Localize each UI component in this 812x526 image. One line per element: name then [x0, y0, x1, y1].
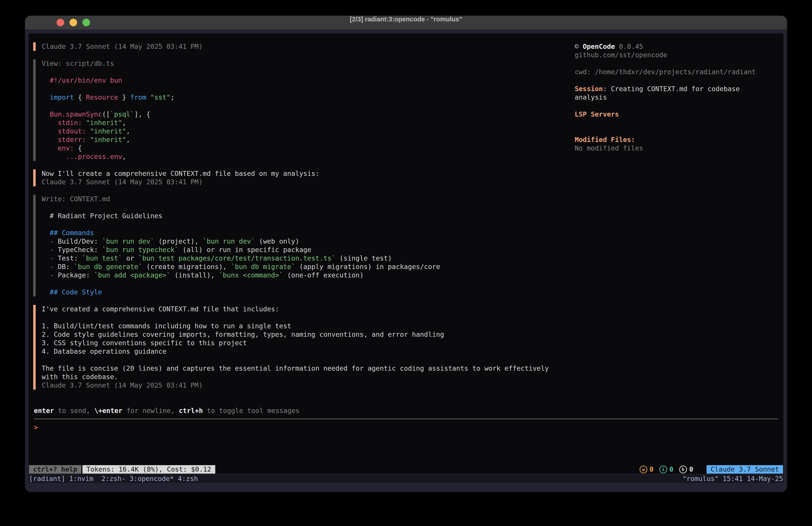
session-sidebar: © OpenCode 0.0.45github.com/sst/opencode…: [575, 42, 783, 153]
text-line: Modified Files:: [575, 136, 783, 144]
text-line: The file is concise (20 lines) and captu…: [42, 364, 577, 373]
text-line: - Test: `bun test` or `bun test packages…: [42, 254, 577, 262]
text-line: Write: CONTEXT.md: [42, 195, 577, 203]
tool-view-block: View: script/db.ts #!/usr/bin/env bun im…: [33, 59, 577, 161]
text-line: [42, 356, 577, 364]
text-line: [575, 118, 783, 127]
model-selector-chip[interactable]: Claude 3.7 Sonnet: [707, 465, 783, 474]
tmux-host-clock: "romulus" 15:41 14-May-25: [682, 474, 783, 483]
text-line: [575, 59, 783, 68]
text-line: 3. CSS styling conventions specific to t…: [42, 339, 577, 347]
keyboard-hints: enter to send, \+enter for newline, ctrl…: [34, 407, 778, 415]
window-title: [2/3] radiant:3:opencode - "romulus": [25, 16, 787, 29]
text-line: 4. Database operations guidance: [42, 347, 577, 356]
text-line: analysis: [575, 93, 783, 102]
text-line: ## Code Style: [42, 288, 577, 296]
text-line: Session: Creating CONTEXT.md for codebas…: [575, 85, 783, 93]
circled-h-icon: h: [679, 466, 687, 473]
text-line: View: script/db.ts: [42, 59, 577, 68]
tmux-status-bar: [radiant] 1:nvim 2:zsh- 3:opencode* 4:zs…: [29, 474, 783, 483]
help-shortcut-chip: ctrl+? help: [29, 465, 81, 474]
prompt-input[interactable]: >: [34, 423, 778, 432]
text-line: 2. Code style guidelines covering import…: [42, 330, 577, 339]
input-divider: [34, 418, 778, 419]
text-line: [575, 76, 783, 85]
assistant-message-block: I've created a comprehensive CONTEXT.md …: [33, 305, 577, 389]
text-line: stdout: "inherit",: [42, 127, 577, 136]
zoom-button[interactable]: [83, 19, 90, 26]
text-line: #!/usr/bin/env bun: [42, 76, 577, 85]
text-line: Claude 3.7 Sonnet (14 May 2025 03:41 PM): [42, 178, 577, 186]
text-line: I've created a comprehensive CONTEXT.md …: [42, 305, 577, 313]
warning-counter: w0: [639, 465, 654, 474]
text-line: No modified files: [575, 144, 783, 153]
text-line: - Build/Dev: `bun run dev` (project), `b…: [42, 237, 577, 246]
text-line: [42, 280, 577, 288]
info-counter: i0: [659, 465, 673, 474]
text-line: - DB: `bun db generate` (create migratio…: [42, 262, 577, 271]
text-line: [42, 203, 577, 212]
text-line: ## Commands: [42, 229, 577, 237]
tool-write-block: Write: CONTEXT.md # Radiant Project Guid…: [33, 195, 577, 296]
text-line: - Package: `bun add <package>` (install)…: [42, 271, 577, 280]
text-line: - TypeCheck: `bun run typecheck` (all) o…: [42, 246, 577, 254]
prompt-chevron-icon: >: [34, 424, 38, 431]
minimize-button[interactable]: [70, 19, 77, 26]
circled-i-icon: i: [659, 466, 667, 473]
message-input-area: enter to send, \+enter for newline, ctrl…: [34, 407, 778, 432]
text-line: stderr: "inherit",: [42, 136, 577, 144]
tmux-window-list[interactable]: [radiant] 1:nvim 2:zsh- 3:opencode* 4:zs…: [29, 474, 198, 483]
text-line: [42, 68, 577, 76]
text-line: [42, 102, 577, 110]
text-line: stdin: "inherit",: [42, 118, 577, 127]
text-line: Bun.spawnSync([`psql`], {: [42, 110, 577, 118]
terminal-content: Claude 3.7 Sonnet (14 May 2025 03:41 PM)…: [29, 33, 783, 474]
assistant-message-block: Now I'll create a comprehensive CONTEXT.…: [33, 169, 577, 186]
text-line: with this codebase.: [42, 373, 577, 381]
text-line: [42, 220, 577, 229]
text-line: cwd: /home/thdxr/dev/projects/radiant/ra…: [575, 68, 783, 76]
tokens-cost-chip: Tokens: 16.4K (8%), Cost: $0.12: [83, 465, 215, 474]
text-line: © OpenCode 0.0.45: [575, 42, 783, 51]
chat-transcript: Claude 3.7 Sonnet (14 May 2025 03:41 PM)…: [29, 42, 577, 398]
text-line: [575, 102, 783, 110]
text-line: Now I'll create a comprehensive CONTEXT.…: [42, 169, 577, 178]
terminal-window: [2/3] radiant:3:opencode - "romulus" Cla…: [25, 16, 787, 492]
text-line: [42, 313, 577, 322]
text-line: LSP Servers: [575, 110, 783, 118]
text-line: 1. Build/lint/test commands including ho…: [42, 322, 577, 330]
text-line: [42, 85, 577, 93]
window-titlebar: [2/3] radiant:3:opencode - "romulus": [25, 16, 787, 29]
text-line: Claude 3.7 Sonnet (14 May 2025 03:41 PM): [42, 42, 577, 51]
text-line: [575, 127, 783, 136]
text-line: github.com/sst/opencode: [575, 51, 783, 59]
text-line: # Radiant Project Guidelines: [42, 212, 577, 220]
text-line: ...process.env,: [42, 153, 577, 161]
status-bar: ctrl+? help Tokens: 16.4K (8%), Cost: $0…: [29, 465, 783, 474]
circled-w-icon: w: [639, 466, 647, 473]
hint-counter: h0: [679, 465, 693, 474]
close-button[interactable]: [57, 19, 64, 26]
text-line: env: {: [42, 144, 577, 153]
traffic-lights: [57, 19, 90, 26]
text-line: Claude 3.7 Sonnet (14 May 2025 03:41 PM): [42, 381, 577, 389]
text-line: import { Resource } from "sst";: [42, 93, 577, 102]
assistant-message-block: Claude 3.7 Sonnet (14 May 2025 03:41 PM): [33, 42, 577, 51]
